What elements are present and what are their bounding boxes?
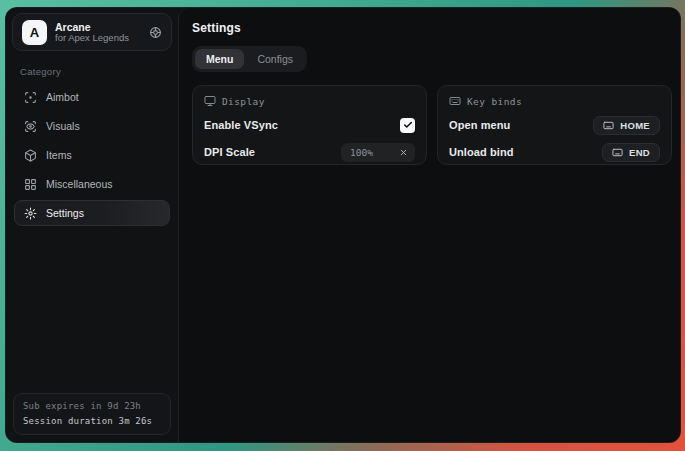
- display-card: Display Enable VSync DPI Scale: [192, 85, 427, 165]
- keyboard-icon: [449, 95, 461, 107]
- dpi-label: DPI Scale: [204, 146, 255, 158]
- open-menu-label: Open menu: [449, 119, 510, 131]
- unload-bind-label: Unload bind: [449, 146, 514, 158]
- keybinds-card-title: Key binds: [467, 96, 522, 107]
- sidebar-item-label: Settings: [46, 207, 84, 219]
- sidebar-nav: Aimbot Visuals: [6, 84, 178, 226]
- unload-bind-button[interactable]: END: [602, 143, 660, 162]
- display-card-header: Display: [204, 95, 415, 107]
- dpi-scale-input[interactable]: 100%: [341, 143, 415, 162]
- sidebar-item-label: Items: [46, 149, 72, 161]
- scan-eye-icon: [24, 120, 37, 133]
- keybinds-card-header: Key binds: [449, 95, 660, 107]
- dpi-row: DPI Scale 100%: [204, 143, 415, 161]
- clear-icon[interactable]: [399, 148, 408, 157]
- app-window: A Arcane for Apex Legends Category: [5, 7, 681, 443]
- app-subtitle: for Apex Legends: [55, 33, 141, 44]
- app-logo: A: [22, 20, 47, 45]
- unload-bind-row: Unload bind END: [449, 143, 660, 161]
- display-card-title: Display: [222, 96, 265, 107]
- app-name: Arcane: [55, 21, 141, 33]
- sidebar-item-label: Aimbot: [46, 91, 79, 103]
- tab-configs[interactable]: Configs: [246, 49, 304, 69]
- keybinds-card: Key binds Open menu HOME Unload bind: [437, 85, 672, 165]
- sidebar-item-label: Miscellaneous: [46, 178, 113, 190]
- tab-menu[interactable]: Menu: [195, 49, 244, 69]
- settings-cards: Display Enable VSync DPI Scale: [192, 85, 672, 165]
- page-title: Settings: [192, 21, 672, 35]
- sidebar-item-settings[interactable]: Settings: [14, 200, 170, 226]
- check-icon: [403, 120, 413, 130]
- open-menu-key: HOME: [620, 120, 650, 131]
- monitor-icon: [204, 95, 216, 107]
- brand-card: A Arcane for Apex Legends: [12, 13, 172, 51]
- open-menu-bind-button[interactable]: HOME: [593, 116, 660, 135]
- sub-expiry-text: Sub expires in 9d 23h: [23, 401, 161, 411]
- vsync-label: Enable VSync: [204, 119, 278, 131]
- sidebar-item-label: Visuals: [46, 120, 80, 132]
- open-menu-row: Open menu HOME: [449, 116, 660, 134]
- sidebar-item-visuals[interactable]: Visuals: [14, 113, 170, 139]
- main-panel: Settings Menu Configs Display E: [178, 8, 681, 442]
- vsync-checkbox[interactable]: [400, 118, 415, 133]
- unload-bind-key: END: [629, 147, 650, 158]
- sidebar: A Arcane for Apex Legends Category: [6, 8, 178, 442]
- subscription-card: Sub expires in 9d 23h Session duration 3…: [13, 393, 171, 435]
- keyboard-icon: [603, 120, 614, 131]
- vsync-row: Enable VSync: [204, 116, 415, 134]
- tab-bar: Menu Configs: [192, 46, 307, 72]
- category-label: Category: [20, 66, 164, 77]
- session-duration-text: Session duration 3m 26s: [23, 416, 161, 426]
- sidebar-item-miscellaneous[interactable]: Miscellaneous: [14, 171, 170, 197]
- sidebar-spacer: [6, 226, 178, 393]
- crosshair-icon: [24, 91, 37, 104]
- brand-text: Arcane for Apex Legends: [55, 21, 141, 44]
- dpi-scale-value: 100%: [350, 147, 373, 158]
- grid-icon: [24, 178, 37, 191]
- keyboard-icon: [612, 147, 623, 158]
- package-icon: [24, 149, 37, 162]
- target-icon[interactable]: [149, 26, 162, 39]
- gear-icon: [24, 207, 37, 220]
- sidebar-item-items[interactable]: Items: [14, 142, 170, 168]
- sidebar-item-aimbot[interactable]: Aimbot: [14, 84, 170, 110]
